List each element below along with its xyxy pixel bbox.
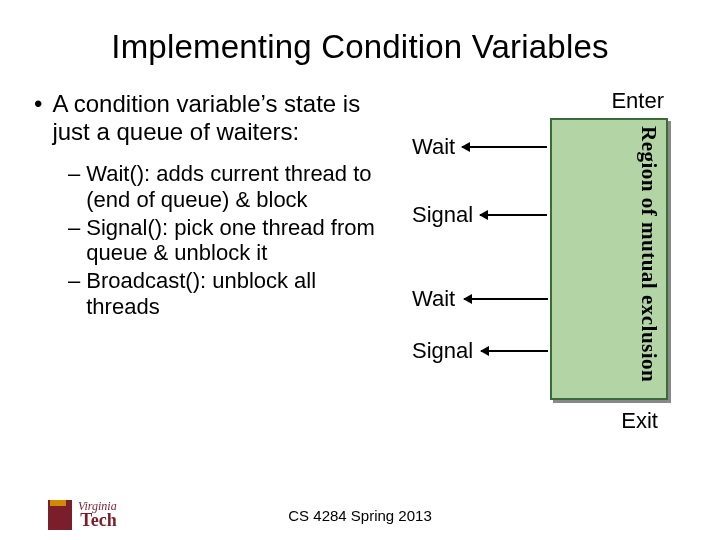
arrow-left-icon [481,350,548,352]
vt-logo: Virginia Tech [48,500,117,530]
arrow-left-icon [462,146,547,148]
diagram: Enter Region of mutual exclusion Wait Si… [402,90,686,430]
sub-item-broadcast: – Broadcast(): unblock all threads [68,268,394,320]
enter-label: Enter [611,88,664,114]
sub-bullet-list: – Wait(): adds current thread to (end of… [34,161,394,321]
slide-title: Implementing Condition Variables [34,28,686,66]
dash-icon: – [68,215,80,267]
event-signal-1: Signal [412,202,473,228]
bullet-dot-icon: • [34,90,42,147]
sub-item-text: Broadcast(): unblock all threads [86,268,394,320]
event-wait-2: Wait [412,286,455,312]
dash-icon: – [68,161,80,213]
arrow-left-icon [464,298,548,300]
slide: Implementing Condition Variables • A con… [0,0,720,540]
main-bullet: • A condition variable’s state is just a… [34,90,394,147]
vt-logo-mark-icon [48,500,72,530]
arrow-left-icon [480,214,547,216]
event-signal-2: Signal [412,338,473,364]
event-wait-1: Wait [412,134,455,160]
sub-item-text: Signal(): pick one thread from queue & u… [86,215,394,267]
sub-item-text: Wait(): adds current thread to (end of q… [86,161,394,213]
sub-item-signal: – Signal(): pick one thread from queue &… [68,215,394,267]
logo-line-2: Tech [78,512,117,529]
dash-icon: – [68,268,80,320]
slide-body: • A condition variable’s state is just a… [34,90,686,430]
exit-label: Exit [621,408,658,434]
sub-item-wait: – Wait(): adds current thread to (end of… [68,161,394,213]
region-label: Region of mutual exclusion [636,126,661,394]
vt-logo-text: Virginia Tech [76,501,117,529]
text-column: • A condition variable’s state is just a… [34,90,394,430]
main-bullet-text: A condition variable’s state is just a q… [52,90,394,147]
